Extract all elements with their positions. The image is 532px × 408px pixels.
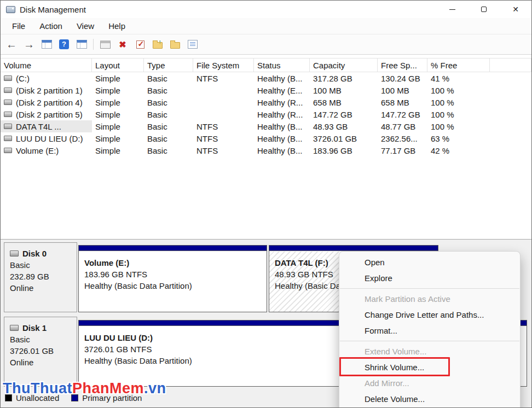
menu-item-explore[interactable]: Explore [339,270,520,286]
folder-up-glyph [153,42,163,49]
cell-capacity: 658 MB [310,98,378,107]
menu-item-format[interactable]: Format... [339,323,520,339]
cell-capacity: 147.72 GB [310,110,378,119]
cell-fs: NTFS [193,134,254,143]
table-row-selected[interactable]: DATA T4L ... Simple Basic NTFS Healthy (… [1,120,531,132]
cell-pct: 41 % [427,74,490,83]
menu-item-delete-volume[interactable]: Delete Volume... [339,391,520,407]
menu-help[interactable]: Help [101,19,132,33]
window-controls [436,1,531,18]
col-free-space[interactable]: Free Sp... [378,59,427,72]
menu-separator [340,341,519,341]
cell-type: Basic [144,146,193,155]
volume-icon [4,136,12,141]
cell-volume: DATA T4L ... [1,120,92,132]
table-header: Volume Layout Type File System Status Ca… [1,58,531,72]
forward-arrow-icon[interactable] [21,37,37,51]
disk0-kind: Basic [10,259,77,271]
table-row[interactable]: LUU DU LIEU (D:) Simple Basic NTFS Healt… [1,132,531,144]
table-row[interactable]: (Disk 2 partition 1) Simple Basic Health… [1,84,531,96]
col-volume[interactable]: Volume [1,59,92,72]
help-glyph [59,39,69,49]
cell-type: Basic [144,74,193,83]
delete-icon[interactable] [115,37,130,51]
col-pct-free[interactable]: % Free [427,59,490,72]
back-arrow-icon[interactable] [4,37,19,51]
export-list-icon[interactable] [74,37,89,51]
cell-capacity: 3726.01 GB [310,134,378,143]
disk0-name: Disk 0 [10,248,77,259]
cell-capacity: 48.93 GB [310,122,378,131]
cell-status: Healthy (E... [254,86,310,95]
properties-dialog-icon[interactable] [97,37,113,51]
cell-layout: Simple [92,86,144,95]
new-folder-icon[interactable] [167,37,183,51]
check-properties-icon[interactable] [132,37,148,51]
cell-volume: (C:) [1,72,92,84]
menu-action[interactable]: Action [32,19,70,33]
menu-item-change-drive-letter[interactable]: Change Drive Letter and Paths... [339,307,520,323]
menu-item-open[interactable]: Open [339,254,520,270]
cell-volume: LUU DU LIEU (D:) [1,132,92,144]
delete-glyph [119,39,126,50]
table-row[interactable]: (Disk 2 partition 5) Simple Basic Health… [1,108,531,120]
volume-icon [4,124,12,129]
cell-fs: NTFS [193,74,254,83]
cell-status: Healthy (R... [254,98,310,107]
cell-pct: 100 % [427,86,490,95]
cell-layout: Simple [92,134,144,143]
minimize-button[interactable] [436,1,468,18]
menu-item-mark-partition-active: Mark Partition as Active [339,291,520,307]
cell-layout: Simple [92,74,144,83]
console-tree-glyph [42,40,52,49]
cell-layout: Simple [92,122,144,131]
shrink-volume-highlight-annotation [339,357,450,376]
partition-volume-e[interactable]: Volume (E:) 183.96 GB NTFS Healthy (Basi… [78,245,267,312]
cell-layout: Simple [92,110,144,119]
cell-volume: (Disk 2 partition 5) [1,108,92,120]
disk1-status: Online [10,357,77,368]
help-icon[interactable] [56,37,72,51]
export-list-glyph [77,40,87,49]
cell-status: Healthy (B... [254,122,310,131]
col-empty [490,59,531,72]
cell-capacity: 317.28 GB [310,74,378,83]
cell-free: 2362.56... [378,134,427,143]
volume-icon [4,88,12,93]
folder-up-icon[interactable] [150,37,165,51]
customize-view-glyph [188,40,198,49]
close-button[interactable] [500,1,531,18]
partition-color-bar [269,246,438,251]
volume-icon [4,112,12,117]
disk1-label[interactable]: Disk 1 Basic 3726.01 GB Online [4,317,77,387]
col-layout[interactable]: Layout [92,59,144,72]
cell-free: 658 MB [378,98,427,107]
col-type[interactable]: Type [144,59,193,72]
volume-list-pane: Volume Layout Type File System Status Ca… [1,55,531,240]
col-capacity[interactable]: Capacity [310,59,378,72]
col-file-system[interactable]: File System [193,59,254,72]
disk0-label[interactable]: Disk 0 Basic 232.89 GB Online [4,242,77,312]
partition-info: Volume (E:) 183.96 GB NTFS Healthy (Basi… [79,251,267,292]
col-status[interactable]: Status [254,59,310,72]
table-row[interactable]: (Disk 2 partition 4) Simple Basic Health… [1,96,531,108]
customize-view-icon[interactable] [185,37,200,51]
cell-capacity: 183.96 GB [310,146,378,155]
maximize-button[interactable] [468,1,500,18]
cell-pct: 100 % [427,110,490,119]
disk1-size: 3726.01 GB [10,345,77,357]
volume-icon [4,100,12,105]
volume-icon [4,148,12,153]
cell-free: 77.17 GB [378,146,427,155]
disk-icon [10,325,19,331]
cell-type: Basic [144,110,193,119]
cell-free: 100 MB [378,86,427,95]
menu-view[interactable]: View [70,19,101,33]
menu-file[interactable]: File [5,19,32,33]
console-tree-icon[interactable] [39,37,54,51]
cell-type: Basic [144,86,193,95]
titlebar: Disk Management [1,1,531,18]
table-row[interactable]: (C:) Simple Basic NTFS Healthy (B... 317… [1,72,531,84]
cell-capacity: 100 MB [310,86,378,95]
table-row[interactable]: Volume (E:) Simple Basic NTFS Healthy (B… [1,144,531,156]
